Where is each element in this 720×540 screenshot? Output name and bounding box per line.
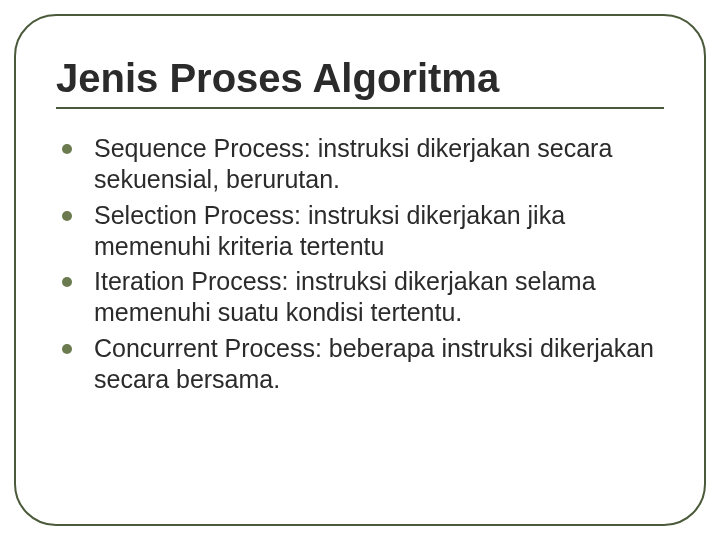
list-item: Sequence Process: instruksi dikerjakan s… xyxy=(56,133,664,196)
title-underline xyxy=(56,107,664,109)
list-item-text: Concurrent Process: beberapa instruksi d… xyxy=(94,333,664,396)
list-item: Iteration Process: instruksi dikerjakan … xyxy=(56,266,664,329)
list-item-text: Iteration Process: instruksi dikerjakan … xyxy=(94,266,664,329)
list-item-text: Selection Process: instruksi dikerjakan … xyxy=(94,200,664,263)
bullet-list: Sequence Process: instruksi dikerjakan s… xyxy=(56,133,664,395)
slide-frame: Jenis Proses Algoritma Sequence Process:… xyxy=(14,14,706,526)
list-item: Selection Process: instruksi dikerjakan … xyxy=(56,200,664,263)
slide: Jenis Proses Algoritma Sequence Process:… xyxy=(0,0,720,540)
list-item: Concurrent Process: beberapa instruksi d… xyxy=(56,333,664,396)
bullet-icon xyxy=(62,144,72,154)
bullet-icon xyxy=(62,211,72,221)
bullet-icon xyxy=(62,344,72,354)
bullet-icon xyxy=(62,277,72,287)
slide-title: Jenis Proses Algoritma xyxy=(56,56,664,101)
list-item-text: Sequence Process: instruksi dikerjakan s… xyxy=(94,133,664,196)
